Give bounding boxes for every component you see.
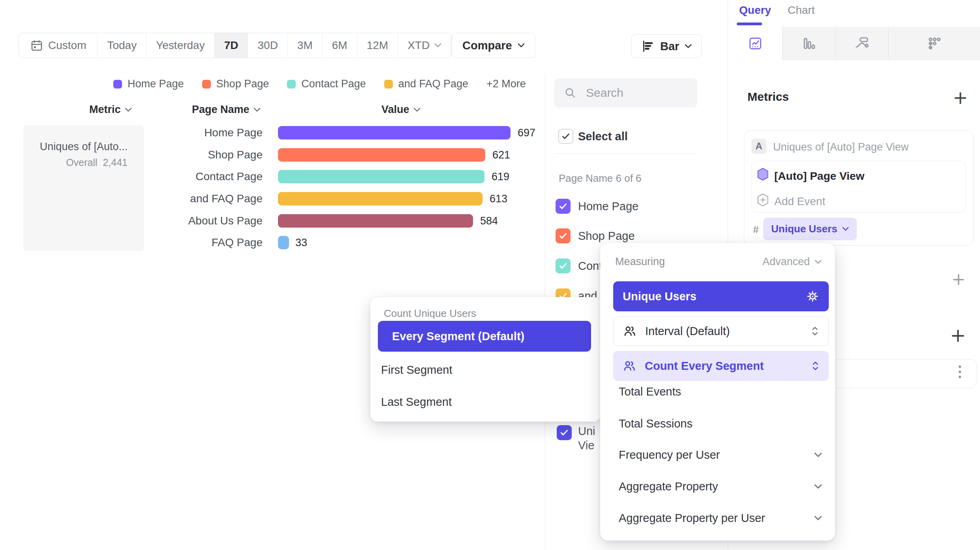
add-filter-button[interactable]: + [952,271,965,288]
gear-icon[interactable] [806,290,819,303]
column-header-metric[interactable]: Metric [89,104,132,116]
add-event-icon [757,193,769,207]
date-7d-button[interactable]: 7D [215,33,248,58]
advanced-dropdown[interactable]: Advanced [762,256,822,268]
segment-option-last[interactable]: Last Segment [381,396,452,409]
date-xtd-button[interactable]: XTD [398,33,451,58]
analytics-app: Custom Today Yesterday 7D 30D 3M 6M 12M … [0,0,980,550]
flows-icon [854,36,869,51]
bar-segment[interactable] [278,214,473,228]
search-box[interactable] [554,78,697,107]
select-all-checkbox[interactable] [558,129,573,144]
calendar-icon [30,39,43,52]
bar-segment[interactable] [278,170,484,183]
view-type-tabs [728,27,980,60]
chevron-down-icon [842,227,849,231]
check-icon [558,231,568,241]
tab-flows[interactable] [835,27,888,60]
date-30d-label: 30D [257,39,278,52]
bar-value: 584 [480,214,498,228]
compare-button[interactable]: Compare [452,33,535,58]
tab-insights[interactable] [728,27,782,60]
bar-segment[interactable] [278,148,485,162]
date-12m-button[interactable]: 12M [357,33,398,58]
chart-legend: Home Page Shop Page Contact Page and FAQ… [113,78,526,90]
date-custom-button[interactable]: Custom [19,33,98,58]
option-label: Unique Users [623,290,697,303]
measure-dropdown[interactable]: Unique Users [763,218,857,240]
tab-retention[interactable] [888,27,980,60]
add-breakdown-button[interactable]: + [950,326,966,345]
search-input[interactable] [585,86,678,100]
chevron-down-icon [518,43,525,48]
date-today-button[interactable]: Today [98,33,146,58]
date-custom-label: Custom [48,39,86,52]
legend-swatch [384,80,393,89]
option-label: Frequency per User [619,448,720,461]
chevron-down-icon [413,107,421,112]
option-label: Interval (Default) [645,325,730,338]
segment-option-label: Every Segment (Default) [378,330,524,343]
header-label: Value [381,104,409,116]
date-3m-label: 3M [297,39,313,52]
date-yesterday-button[interactable]: Yesterday [146,33,215,58]
legend-item[interactable]: and FAQ Page [384,78,468,90]
segment-popup-title: Count Unique Users [384,307,476,320]
date-6m-button[interactable]: 6M [323,33,357,58]
hash-label: # [753,224,758,236]
measuring-option-interval[interactable]: Interval (Default) [613,316,829,346]
add-event-button[interactable]: Add Event [774,195,825,208]
page-checkbox-label: Home Page [578,199,638,214]
measuring-option-total-sessions[interactable]: Total Sessions [619,417,693,430]
tab-query[interactable]: Query [739,4,771,17]
column-header-value[interactable]: Value [381,104,421,116]
measuring-option-unique-users[interactable]: Unique Users [613,281,829,311]
measuring-option-frequency-per-user[interactable]: Frequency per User [619,448,822,461]
stepper-chevrons-icon [811,326,819,337]
bar-value: 619 [492,170,509,183]
column-header-page-name[interactable]: Page Name [192,104,261,116]
event-label[interactable]: [Auto] Page View [774,170,864,183]
legend-item[interactable]: Contact Page [287,78,366,90]
measuring-option-count-every-segment[interactable]: Count Every Segment [613,351,829,381]
date-3m-button[interactable]: 3M [288,33,323,58]
check-icon [558,261,568,271]
divider [554,153,697,154]
measure-label: Unique Users [771,223,837,235]
bar-segment[interactable] [278,126,511,139]
legend-label: Home Page [128,78,184,90]
legend-item[interactable]: Home Page [113,78,184,90]
chart-type-label: Bar [660,40,679,53]
page-checkbox[interactable] [556,258,571,273]
segment-option-selected[interactable]: Every Segment (Default) [378,321,591,352]
measuring-option-aggregate-property-per-user[interactable]: Aggregate Property per User [619,512,822,525]
segment-option-first[interactable]: First Segment [381,364,452,377]
metric-cell[interactable]: Uniques of [Auto... Overall 2,441 [23,125,144,251]
chevron-down-icon [814,516,822,521]
metric-letter-badge: A [751,139,766,154]
page-checkbox-label: Shop Page [578,228,635,243]
page-checkbox[interactable] [556,228,571,243]
date-30d-button[interactable]: 30D [248,33,287,58]
chevron-down-icon [815,260,822,264]
option-label: Count Every Segment [645,360,764,373]
add-metric-button[interactable]: + [953,89,968,107]
bar-segment[interactable] [278,192,482,205]
vertical-bars-icon [802,36,817,51]
measuring-option-total-events[interactable]: Total Events [619,385,681,398]
tab-funnels[interactable] [782,27,835,60]
legend-more[interactable]: +2 More [486,78,526,90]
bar-segment[interactable] [278,236,289,249]
date-yesterday-label: Yesterday [156,39,205,52]
page-checkbox[interactable] [556,199,571,214]
bar-value: 613 [490,192,507,205]
metric-checkbox[interactable] [557,425,572,440]
legend-label: Contact Page [301,78,366,90]
more-options-button[interactable] [959,365,961,378]
chart-type-dropdown[interactable]: Bar [631,34,702,58]
metric-cell-title: Uniques of [Auto... [31,139,128,154]
measuring-option-aggregate-property[interactable]: Aggregate Property [619,480,822,493]
legend-item[interactable]: Shop Page [202,78,269,90]
people-icon [623,324,636,338]
tab-chart[interactable]: Chart [788,4,815,17]
